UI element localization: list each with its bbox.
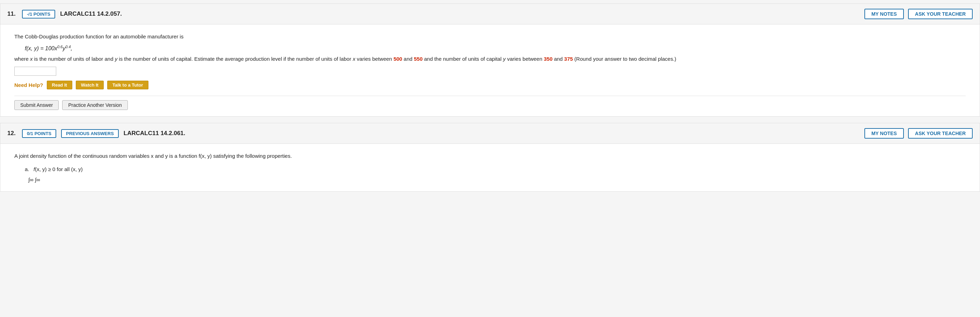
q11-watch-it-button[interactable]: Watch It (76, 81, 104, 89)
q12-prop-a: a. f(x, y) ≥ 0 for all (x, y) (25, 164, 966, 174)
q11-y-high: 375 (564, 56, 573, 62)
q12-property-list: a. f(x, y) ≥ 0 for all (x, y) ∫∞ ∫∞ (25, 164, 966, 185)
q11-x-low: 500 (394, 56, 402, 62)
q11-intro: The Cobb-Douglas production function for… (14, 33, 183, 40)
q11-and1: and (404, 56, 414, 62)
question-11-header: 11. -/1 POINTS LARCALC11 14.2.057. MY NO… (0, 4, 980, 24)
q12-intro: A joint density function of the continuo… (14, 153, 292, 159)
q11-body: The Cobb-Douglas production function for… (0, 24, 980, 116)
q11-need-help-label: Need Help? (14, 82, 43, 88)
q11-submit-row: Submit Answer Practice Another Version (14, 100, 966, 110)
q11-read-it-button[interactable]: Read It (47, 81, 72, 89)
q12-prop-b-partial: ∫∞ ∫∞ (25, 174, 966, 185)
q11-body-main: where x is the number of units of labor … (14, 56, 394, 62)
q11-body-text: where x is the number of units of labor … (14, 54, 966, 63)
q11-points-badge[interactable]: -/1 POINTS (22, 10, 55, 19)
q11-formula: f(x, y) = 100x0.6y0.4, (25, 45, 966, 52)
q11-divider (14, 96, 966, 96)
q11-need-help-row: Need Help? Read It Watch It Talk to a Tu… (14, 81, 966, 89)
q12-prop-a-text: f(x, y) ≥ 0 for all (x, y) (31, 166, 83, 172)
q12-prop-a-label: a. (25, 166, 29, 172)
q11-body-mid: and the number of units of capital y var… (424, 56, 544, 62)
q11-formula-text: f(x, y) = 100x0.6y0.4, (25, 45, 72, 51)
q11-practice-button[interactable]: Practice Another Version (62, 100, 127, 110)
q12-integral-line: ∫∞ ∫∞ (28, 177, 40, 182)
q11-answer-input[interactable] (14, 67, 56, 76)
question-12-block: 12. 0/1 POINTS PREVIOUS ANSWERS LARCALC1… (0, 123, 980, 192)
q11-y-low: 350 (544, 56, 552, 62)
q12-header-right: MY NOTES ASK YOUR TEACHER (864, 128, 973, 139)
q11-question-id: LARCALC11 14.2.057. (60, 11, 859, 17)
q11-ask-teacher-button[interactable]: ASK YOUR TEACHER (908, 9, 973, 19)
q11-x-high: 550 (414, 56, 423, 62)
q11-round-note: (Round your answer to two decimal places… (574, 56, 676, 62)
q12-question-id: LARCALC11 14.2.061. (124, 130, 859, 137)
q12-my-notes-button[interactable]: MY NOTES (864, 128, 904, 139)
q12-points-badge[interactable]: 0/1 POINTS (22, 129, 56, 138)
q11-submit-button[interactable]: Submit Answer (14, 100, 59, 110)
q12-body: A joint density function of the continuo… (0, 144, 980, 191)
q11-my-notes-button[interactable]: MY NOTES (864, 9, 904, 19)
question-12-number: 12. (7, 130, 17, 137)
q11-talk-tutor-button[interactable]: Talk to a Tutor (107, 81, 148, 89)
q12-intro-text: A joint density function of the continuo… (14, 152, 966, 161)
q11-intro-text: The Cobb-Douglas production function for… (14, 32, 966, 41)
q12-prev-answers-badge[interactable]: PREVIOUS ANSWERS (61, 129, 119, 138)
question-12-header: 12. 0/1 POINTS PREVIOUS ANSWERS LARCALC1… (0, 123, 980, 144)
q11-and2: and (554, 56, 564, 62)
question-11-number: 11. (7, 11, 17, 17)
q11-header-right: MY NOTES ASK YOUR TEACHER (864, 9, 973, 19)
question-11-block: 11. -/1 POINTS LARCALC11 14.2.057. MY NO… (0, 3, 980, 117)
q12-ask-teacher-button[interactable]: ASK YOUR TEACHER (908, 128, 973, 139)
